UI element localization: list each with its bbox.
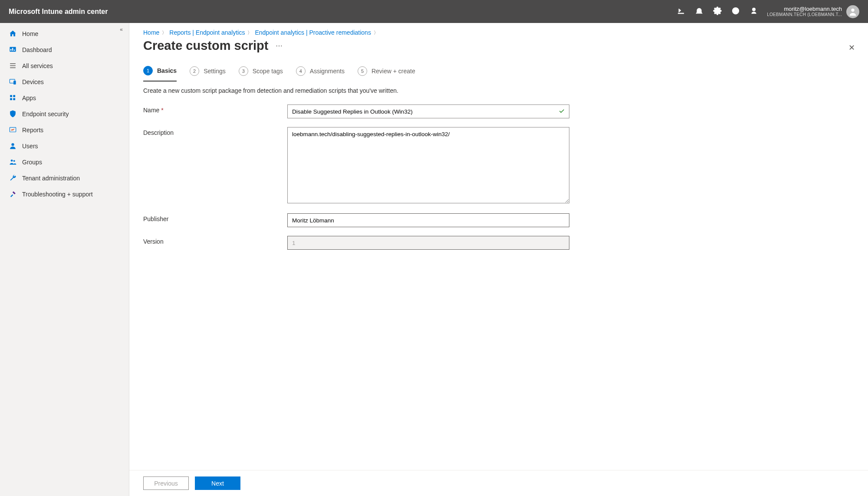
wizard-num: 5 [358,66,367,76]
wizard-tab-scope-tags[interactable]: 3 Scope tags [239,66,283,82]
sidebar-item-label: Groups [22,159,42,166]
avatar[interactable] [846,5,859,18]
feedback-icon[interactable] [750,7,758,16]
home-icon [9,29,17,38]
svg-point-4 [851,8,854,11]
more-icon[interactable]: ⋯ [276,42,283,50]
apps-icon [9,94,17,102]
svg-point-20 [11,160,13,162]
collapse-sidebar-icon[interactable]: « [120,26,123,33]
sidebar-item-label: Dashboard [22,46,52,53]
svg-point-19 [11,143,14,146]
sidebar-item-dashboard[interactable]: Dashboard [0,42,129,58]
top-bar: Microsoft Intune admin center moritz@loe… [0,0,868,23]
sidebar-item-endpoint-security[interactable]: Endpoint security [0,106,129,122]
devices-icon [9,78,17,86]
sidebar-item-apps[interactable]: Apps [0,90,129,106]
breadcrumb-home[interactable]: Home [143,29,159,36]
svg-point-2 [736,13,736,13]
wizard-label: Settings [204,68,226,75]
wizard-tab-review-create[interactable]: 5 Review + create [358,66,415,82]
wizard-tabs: 1 Basics 2 Settings 3 Scope tags 4 Assig… [143,66,857,82]
wizard-tab-basics[interactable]: 1 Basics [143,66,177,82]
user-icon [9,142,17,150]
list-icon [9,62,17,70]
close-icon[interactable]: ✕ [848,43,855,52]
sidebar-item-label: Reports [22,127,43,134]
publisher-input[interactable] [287,213,569,227]
user-info[interactable]: moritz@loebmann.tech LOEBMANN.TECH (LOEB… [767,6,842,17]
chevron-right-icon: 〉 [374,29,378,36]
sidebar-item-label: All services [22,62,53,69]
groups-icon [9,158,17,166]
svg-rect-14 [10,95,12,97]
wizard-label: Assignments [310,68,345,75]
svg-point-3 [753,8,756,11]
name-label: Name [143,107,159,114]
wizard-tab-settings[interactable]: 2 Settings [190,66,226,82]
sidebar: « Home Dashboard All services Devices Ap… [0,23,129,496]
main-content: Home 〉 Reports | Endpoint analytics 〉 En… [129,23,868,496]
tools-icon [9,190,17,198]
next-button[interactable]: Next [195,476,240,490]
reports-icon [9,126,17,134]
sidebar-item-label: Tenant administration [22,175,80,182]
check-icon [558,108,565,116]
breadcrumb-proactive-remediations[interactable]: Endpoint analytics | Proactive remediati… [255,29,371,36]
wizard-label: Scope tags [253,68,283,75]
svg-rect-16 [10,98,12,100]
wizard-footer: Previous Next [129,470,868,496]
sidebar-item-label: Users [22,143,38,150]
breadcrumb-reports[interactable]: Reports | Endpoint analytics [169,29,245,36]
breadcrumb: Home 〉 Reports | Endpoint analytics 〉 En… [143,29,857,36]
subtitle: Create a new custom script package from … [143,87,857,94]
app-title: Microsoft Intune admin center [9,8,677,16]
wizard-num: 3 [239,66,248,76]
shield-icon [9,110,17,118]
notifications-icon[interactable] [695,7,704,16]
settings-icon[interactable] [713,7,722,16]
sidebar-item-label: Troubleshooting + support [22,191,93,198]
sidebar-item-reports[interactable]: Reports [0,122,129,138]
sidebar-item-home[interactable]: Home [0,26,129,42]
svg-point-21 [13,160,15,162]
svg-rect-13 [13,81,16,85]
chevron-right-icon: 〉 [162,29,167,36]
wizard-label: Basics [157,67,177,74]
wizard-tab-assignments[interactable]: 4 Assignments [296,66,345,82]
description-input[interactable] [287,127,569,203]
svg-rect-6 [10,49,11,51]
wizard-num: 2 [190,66,199,76]
svg-rect-18 [10,127,16,132]
sidebar-item-label: Home [22,30,38,37]
wizard-label: Review + create [372,68,415,75]
wrench-icon [9,174,17,182]
svg-rect-15 [13,95,15,97]
dashboard-icon [9,46,17,54]
cloud-shell-icon[interactable] [677,7,685,16]
sidebar-item-users[interactable]: Users [0,138,129,154]
topbar-icons [677,7,758,16]
sidebar-item-label: Apps [22,95,36,101]
page-title: Create custom script [143,39,269,53]
svg-rect-7 [12,48,13,51]
version-input [287,236,569,250]
description-label: Description [143,127,287,205]
required-mark: * [161,107,163,114]
sidebar-item-all-services[interactable]: All services [0,58,129,74]
user-email: moritz@loebmann.tech [767,6,842,12]
wizard-num: 1 [143,66,153,75]
tenant-name: LOEBMANN.TECH (LOEBMANN.T... [767,12,842,17]
chevron-right-icon: 〉 [247,29,252,36]
help-icon[interactable] [731,7,740,16]
previous-button[interactable]: Previous [143,476,189,490]
sidebar-item-label: Endpoint security [22,111,69,117]
publisher-label: Publisher [143,213,287,227]
sidebar-item-tenant-admin[interactable]: Tenant administration [0,170,129,186]
version-label: Version [143,236,287,250]
sidebar-item-troubleshooting[interactable]: Troubleshooting + support [0,186,129,202]
name-input[interactable] [287,104,569,118]
svg-rect-8 [14,50,15,51]
sidebar-item-groups[interactable]: Groups [0,154,129,170]
sidebar-item-devices[interactable]: Devices [0,74,129,90]
